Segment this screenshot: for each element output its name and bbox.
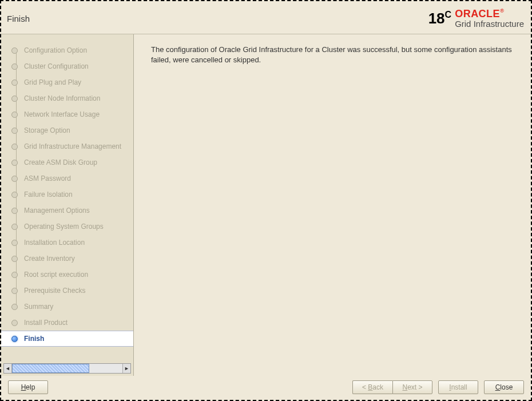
scroll-track[interactable] — [12, 364, 122, 373]
step-label: Failure Isolation — [24, 190, 73, 198]
sidebar-step[interactable]: Operating System Groups — [1, 219, 133, 235]
footer: Help < Back Next > Install Close — [1, 376, 531, 400]
step-label: Configuration Option — [24, 46, 87, 54]
status-message: The configuration of Oracle Grid Infrast… — [151, 45, 514, 65]
step-dot-icon — [11, 288, 18, 294]
step-dot-icon — [11, 112, 18, 118]
help-button-rest: elp — [26, 383, 35, 391]
scroll-right-icon[interactable]: ► — [122, 364, 130, 373]
step-dot-icon — [11, 128, 18, 134]
step-label: Storage Option — [24, 126, 70, 134]
step-dot-icon — [11, 96, 18, 102]
sidebar-step[interactable]: Install Product — [1, 315, 133, 331]
step-dot-icon — [11, 80, 18, 86]
step-dot-icon — [11, 144, 18, 150]
sidebar-step[interactable]: Cluster Node Information — [1, 90, 133, 106]
sidebar: Configuration OptionCluster Configuratio… — [1, 34, 134, 376]
sidebar-step[interactable]: Finish — [1, 331, 133, 347]
step-dot-icon — [11, 63, 18, 70]
sidebar-step[interactable]: Installation Location — [1, 235, 133, 251]
logo: 18C ORACLE Grid Infrastructure — [428, 9, 524, 29]
sidebar-step[interactable]: Network Interface Usage — [1, 106, 133, 122]
sidebar-step[interactable]: Failure Isolation — [1, 186, 133, 203]
step-label: Network Interface Usage — [24, 110, 100, 118]
close-button[interactable]: Close — [484, 380, 524, 394]
header: Finish 18C ORACLE Grid Infrastructure — [1, 1, 531, 34]
step-dot-icon — [11, 224, 18, 230]
step-dot-icon — [11, 304, 18, 310]
step-dot-icon — [11, 320, 18, 326]
step-dot-icon — [11, 47, 18, 54]
step-label: Operating System Groups — [24, 223, 104, 231]
step-dot-icon — [11, 208, 18, 214]
logo-version: 18C — [428, 10, 451, 27]
step-label: ASM Password — [24, 174, 71, 182]
install-button[interactable]: Install — [438, 380, 478, 394]
step-label: Finish — [24, 335, 44, 343]
back-button[interactable]: < Back — [352, 380, 392, 394]
sidebar-step[interactable]: Prerequisite Checks — [1, 283, 133, 299]
step-list: Configuration OptionCluster Configuratio… — [1, 34, 133, 363]
step-dot-icon — [11, 192, 18, 198]
footer-left: Help — [8, 380, 48, 394]
step-dot-icon — [11, 240, 18, 246]
step-label: Prerequisite Checks — [24, 287, 85, 295]
step-label: Installation Location — [24, 239, 85, 247]
installer-window: Finish 18C ORACLE Grid Infrastructure Co… — [1, 1, 531, 400]
body: Configuration OptionCluster Configuratio… — [1, 34, 531, 376]
step-label: Cluster Configuration — [24, 62, 89, 70]
help-button[interactable]: Help — [8, 380, 48, 394]
sidebar-step[interactable]: Configuration Option — [1, 42, 133, 58]
sidebar-step[interactable]: Summary — [1, 299, 133, 315]
next-button[interactable]: Next > — [392, 380, 432, 394]
step-dot-icon — [11, 336, 18, 342]
logo-product: Grid Infrastructure — [455, 19, 524, 29]
step-label: Root script execution — [24, 271, 88, 279]
nav-buttons: < Back Next > — [352, 380, 432, 394]
sidebar-step[interactable]: Management Options — [1, 203, 133, 219]
step-dot-icon — [11, 160, 18, 166]
scroll-thumb[interactable] — [12, 364, 89, 373]
sidebar-step[interactable]: Cluster Configuration — [1, 58, 133, 74]
main-content: The configuration of Oracle Grid Infrast… — [134, 34, 531, 376]
step-label: Cluster Node Information — [24, 94, 100, 102]
step-label: Grid Plug and Play — [24, 78, 81, 86]
sidebar-step[interactable]: Create Inventory — [1, 251, 133, 267]
step-dot-icon — [11, 272, 18, 278]
sidebar-step[interactable]: Storage Option — [1, 122, 133, 138]
sidebar-step[interactable]: Grid Plug and Play — [1, 74, 133, 90]
step-label: Create Inventory — [24, 255, 75, 263]
step-dot-icon — [11, 256, 18, 262]
step-label: Install Product — [24, 319, 68, 327]
step-label: Summary — [24, 303, 53, 311]
step-label: Create ASM Disk Group — [24, 158, 97, 166]
page-title: Finish — [7, 14, 30, 23]
scroll-left-icon[interactable]: ◄ — [4, 364, 12, 373]
footer-right: < Back Next > Install Close — [352, 380, 524, 394]
logo-brand: ORACLE — [455, 9, 524, 19]
sidebar-step[interactable]: Grid Infrastructure Management — [1, 138, 133, 154]
step-label: Grid Infrastructure Management — [24, 142, 121, 150]
sidebar-step[interactable]: ASM Password — [1, 170, 133, 186]
sidebar-step[interactable]: Root script execution — [1, 267, 133, 283]
horizontal-scrollbar[interactable]: ◄ ► — [3, 363, 131, 374]
step-dot-icon — [11, 176, 18, 182]
sidebar-step[interactable]: Create ASM Disk Group — [1, 154, 133, 170]
step-label: Management Options — [24, 207, 90, 215]
